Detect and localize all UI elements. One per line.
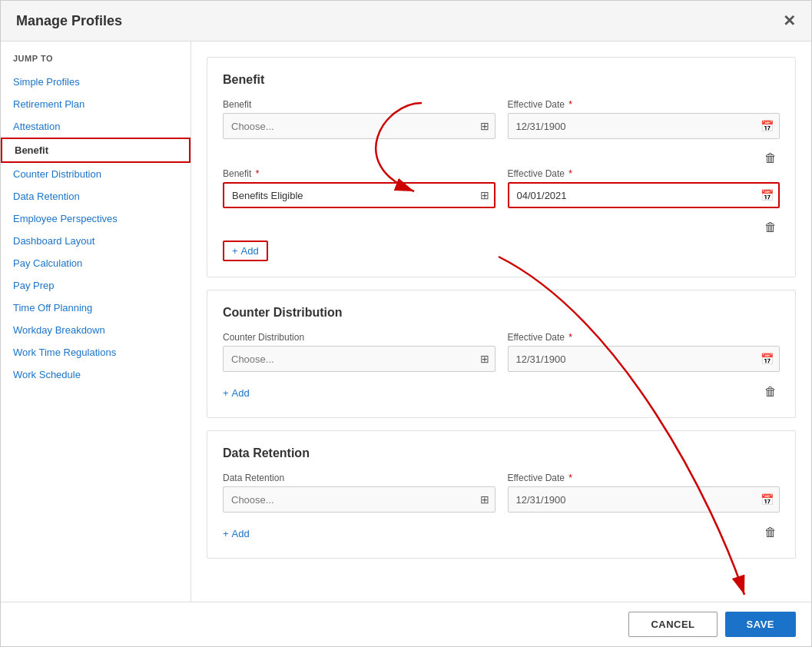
data-retention-field: Data Retention ⊞ [223,473,495,513]
close-button[interactable]: ✕ [783,12,796,30]
modal-title: Manage Profiles [16,13,122,29]
sidebar-item-dashboard-layout[interactable]: Dashboard Layout [1,230,191,252]
benefit-field-1: Benefit ⊞ [223,99,495,139]
counter-distribution-title: Counter Distribution [223,306,780,320]
main-content: Benefit Benefit ⊞ Effective Date * [191,41,811,602]
effective-date-label-2: Effective Date * [508,168,781,179]
counter-distribution-label: Counter Distribution [223,332,495,343]
data-retention-date-wrapper: 📅 [508,486,781,513]
calendar-icon-dr[interactable]: 📅 [761,493,774,506]
sidebar-item-data-retention[interactable]: Data Retention [1,185,191,207]
plus-icon: + [232,245,238,257]
calendar-icon-2[interactable]: 📅 [761,189,774,201]
effective-date-field-1: Effective Date * 📅 [508,99,781,139]
counter-distribution-delete-btn[interactable]: 🗑 [761,382,780,402]
effective-date-input-2[interactable] [508,182,781,208]
sidebar-item-time-off-planning[interactable]: Time Off Planning [1,297,191,319]
data-retention-section: Data Retention Data Retention ⊞ Effectiv… [207,430,796,559]
counter-distribution-date-input[interactable] [508,346,781,372]
counter-distribution-add-label: Add [232,387,250,399]
benefit-delete-row-2: 🗑 [223,217,780,237]
benefit-input-2[interactable] [223,182,495,208]
benefit-delete-btn-2[interactable]: 🗑 [761,217,780,237]
data-retention-add-label: Add [232,528,250,539]
counter-distribution-row-1: Counter Distribution ⊞ Effective Date * … [223,332,780,372]
benefit-field-2: Benefit * ⊞ [223,168,495,208]
data-retention-wrapper: ⊞ [223,486,495,513]
data-retention-row-1: Data Retention ⊞ Effective Date * 📅 [223,473,780,513]
sidebar-item-work-schedule[interactable]: Work Schedule [1,363,191,386]
sidebar-item-simple-profiles[interactable]: Simple Profiles [1,71,191,93]
data-retention-date-field: Effective Date * 📅 [508,473,781,513]
required-star-1: * [568,99,572,110]
data-retention-delete-btn[interactable]: 🗑 [761,523,780,542]
benefit-label-1: Benefit [223,99,495,110]
sidebar-item-retirement-plan[interactable]: Retirement Plan [1,93,191,115]
modal-body: JUMP TO Simple Profiles Retirement Plan … [1,41,811,602]
benefit-add-button[interactable]: + Add [223,241,268,261]
data-retention-add-button[interactable]: + Add [223,525,250,542]
sidebar: JUMP TO Simple Profiles Retirement Plan … [1,41,191,602]
sidebar-item-work-time-regulations[interactable]: Work Time Regulations [1,341,191,363]
plus-icon-dr: + [223,528,229,539]
plus-icon-cd: + [223,387,229,399]
counter-distribution-input[interactable] [223,346,495,372]
required-star-3: * [568,168,572,179]
required-star-cd: * [568,332,572,343]
data-retention-input[interactable] [223,486,495,513]
required-star-2: * [256,168,260,179]
counter-distribution-footer: + Add 🗑 [223,381,780,402]
data-retention-date-label: Effective Date * [508,473,781,483]
benefit-delete-btn-1[interactable]: 🗑 [761,148,780,168]
benefit-row-1: Benefit ⊞ Effective Date * 📅 [223,99,780,139]
manage-profiles-modal: Manage Profiles ✕ JUMP TO Simple Profile… [0,0,812,647]
search-icon-2[interactable]: ⊞ [480,189,489,201]
counter-distribution-field: Counter Distribution ⊞ [223,332,495,372]
effective-date-label-1: Effective Date * [508,99,781,110]
save-button[interactable]: SAVE [725,612,796,637]
data-retention-label: Data Retention [223,473,495,483]
benefit-label-2: Benefit * [223,168,495,179]
modal-header: Manage Profiles ✕ [1,1,811,41]
benefit-input-wrapper-2: ⊞ [223,182,495,208]
counter-distribution-date-field: Effective Date * 📅 [508,332,781,372]
data-retention-footer: + Add 🗑 [223,522,780,542]
sidebar-item-counter-distribution[interactable]: Counter Distribution [1,163,191,185]
sidebar-item-workday-breakdown[interactable]: Workday Breakdown [1,319,191,341]
counter-distribution-date-label: Effective Date * [508,332,781,343]
benefit-row-2: Benefit * ⊞ Effective Date * 📅 [223,168,780,208]
sidebar-item-attestation[interactable]: Attestation [1,115,191,138]
counter-distribution-wrapper: ⊞ [223,346,495,372]
counter-distribution-date-wrapper: 📅 [508,346,781,372]
search-icon-dr[interactable]: ⊞ [480,493,489,506]
cancel-button[interactable]: CANCEL [628,612,717,637]
effective-date-wrapper-2: 📅 [508,182,781,208]
effective-date-wrapper-1: 📅 [508,113,781,139]
counter-distribution-add-button[interactable]: + Add [223,384,250,402]
benefit-section: Benefit Benefit ⊞ Effective Date * [207,57,796,277]
counter-distribution-section: Counter Distribution Counter Distributio… [207,290,796,418]
effective-date-input-1[interactable] [508,113,781,139]
benefit-delete-row-1: 🗑 [223,148,780,168]
search-icon-cd[interactable]: ⊞ [480,353,489,365]
calendar-icon-1[interactable]: 📅 [761,120,774,132]
benefit-section-title: Benefit [223,73,780,87]
modal-footer: CANCEL SAVE [1,602,811,646]
data-retention-date-input[interactable] [508,486,781,513]
effective-date-field-2: Effective Date * 📅 [508,168,781,208]
benefit-input-1[interactable] [223,113,495,139]
sidebar-item-employee-perspectives[interactable]: Employee Perspectives [1,207,191,230]
benefit-add-label: Add [241,245,259,257]
search-icon-1[interactable]: ⊞ [480,120,489,132]
sidebar-item-benefit[interactable]: Benefit [1,138,191,163]
sidebar-item-pay-calculation[interactable]: Pay Calculation [1,252,191,274]
calendar-icon-cd[interactable]: 📅 [761,353,774,365]
required-star-dr: * [568,473,572,483]
sidebar-item-pay-prep[interactable]: Pay Prep [1,274,191,297]
data-retention-title: Data Retention [223,446,780,460]
jump-to-label: JUMP TO [1,54,191,71]
benefit-input-wrapper-1: ⊞ [223,113,495,139]
